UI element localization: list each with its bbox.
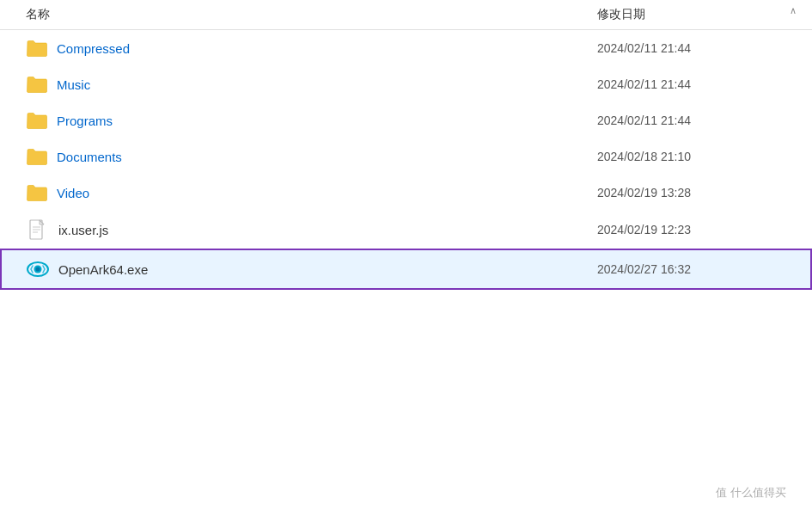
- file-name: Compressed: [57, 41, 597, 56]
- file-name: Video: [57, 186, 597, 200]
- file-name: Programs: [57, 114, 597, 128]
- column-name-header: 名称: [26, 7, 597, 22]
- folder-icon: [26, 39, 48, 58]
- selected-file-date: 2024/02/27 16:32: [597, 262, 786, 276]
- table-row[interactable]: ix.user.js 2024/02/19 12:23: [0, 211, 812, 249]
- selected-file-name: OpenArk64.exe: [58, 262, 597, 277]
- scroll-up-indicator[interactable]: ∧: [790, 5, 797, 16]
- file-name: Documents: [57, 150, 597, 164]
- file-name: ix.user.js: [58, 223, 597, 237]
- file-list: Compressed 2024/02/11 21:44 Music 2024/0…: [0, 30, 812, 290]
- file-doc-icon: [26, 219, 50, 240]
- file-date: 2024/02/11 21:44: [597, 77, 786, 91]
- file-date: 2024/02/19 12:23: [597, 223, 786, 236]
- table-row[interactable]: Video 2024/02/19 13:28: [0, 175, 812, 211]
- folder-icon: [26, 183, 48, 202]
- table-row[interactable]: Compressed 2024/02/11 21:44: [0, 30, 812, 66]
- file-date: 2024/02/19 13:28: [597, 186, 786, 200]
- folder-icon: [26, 75, 48, 94]
- svg-point-6: [36, 267, 40, 272]
- folder-icon: [26, 111, 48, 130]
- folder-icon: [26, 147, 48, 166]
- column-date-header: 修改日期: [597, 7, 786, 22]
- watermark: 值 什么值得买: [716, 485, 786, 501]
- header-row: 名称 ∧ 修改日期: [0, 0, 812, 30]
- file-date: 2024/02/18 21:10: [597, 150, 786, 163]
- file-name: Music: [57, 77, 597, 92]
- file-date: 2024/02/11 21:44: [597, 114, 786, 127]
- openark-exe-icon: [26, 257, 50, 281]
- table-row[interactable]: Music 2024/02/11 21:44: [0, 66, 812, 102]
- file-date: 2024/02/11 21:44: [597, 41, 786, 55]
- table-row[interactable]: Documents 2024/02/18 21:10: [0, 138, 812, 175]
- file-explorer: 名称 ∧ 修改日期 Compressed 2024/02/11 21:44 Mu…: [0, 0, 812, 516]
- table-row-selected[interactable]: OpenArk64.exe 2024/02/27 16:32: [0, 249, 812, 290]
- table-row[interactable]: Programs 2024/02/11 21:44: [0, 102, 812, 138]
